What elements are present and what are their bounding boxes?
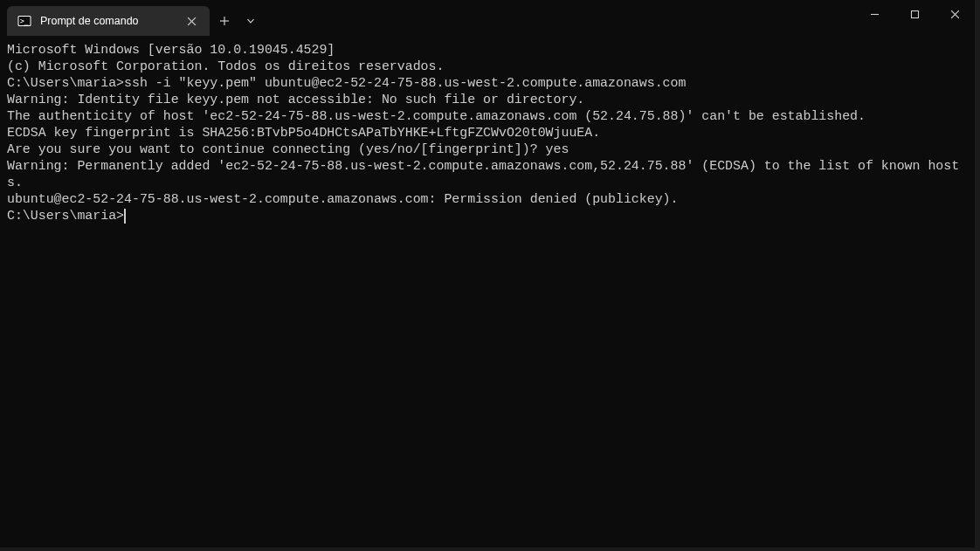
new-tab-button[interactable] bbox=[210, 6, 239, 36]
terminal-line: ECDSA key fingerprint is SHA256:BTvbP5o4… bbox=[7, 125, 968, 141]
close-icon bbox=[187, 17, 197, 26]
maximize-icon bbox=[910, 10, 920, 19]
terminal-output[interactable]: Microsoft Windows [versão 10.0.19045.452… bbox=[0, 37, 975, 548]
plus-icon bbox=[219, 16, 230, 26]
close-icon bbox=[950, 10, 960, 19]
svg-text:>_: >_ bbox=[20, 17, 29, 25]
minimize-icon bbox=[870, 10, 880, 19]
tab-title: Prompt de comando bbox=[40, 15, 169, 27]
cmd-icon: >_ bbox=[17, 14, 31, 28]
tab-actions bbox=[210, 6, 262, 36]
window-controls bbox=[854, 0, 975, 37]
maximize-button[interactable] bbox=[894, 0, 935, 28]
terminal-line: C:\Users\maria> bbox=[7, 208, 968, 224]
terminal-line: Warning: Permanently added 'ec2-52-24-75… bbox=[7, 158, 968, 191]
close-window-button[interactable] bbox=[935, 0, 975, 28]
titlebar-drag-area[interactable] bbox=[262, 0, 854, 37]
terminal-line: (c) Microsoft Corporation. Todos os dire… bbox=[7, 59, 968, 75]
terminal-line: C:\Users\maria>ssh -i "keyy.pem" ubuntu@… bbox=[7, 75, 968, 92]
minimize-button[interactable] bbox=[854, 0, 894, 28]
titlebar[interactable]: >_ Prompt de comando bbox=[0, 0, 975, 37]
terminal-line: Warning: Identity file keyy.pem not acce… bbox=[7, 92, 968, 108]
terminal-line: ubuntu@ec2-52-24-75-88.us-west-2.compute… bbox=[7, 191, 968, 208]
chevron-down-icon bbox=[246, 17, 255, 25]
terminal-window: >_ Prompt de comando bbox=[0, 0, 975, 548]
svg-rect-8 bbox=[911, 10, 918, 17]
tab-dropdown-button[interactable] bbox=[239, 6, 262, 36]
tab-close-button[interactable] bbox=[183, 13, 199, 29]
terminal-line: Microsoft Windows [versão 10.0.19045.452… bbox=[7, 42, 968, 59]
text-cursor bbox=[124, 209, 126, 224]
terminal-line: The authenticity of host 'ec2-52-24-75-8… bbox=[7, 108, 968, 125]
tab-cmd[interactable]: >_ Prompt de comando bbox=[7, 6, 210, 36]
tabs-area: >_ Prompt de comando bbox=[0, 0, 262, 37]
terminal-line: Are you sure you want to continue connec… bbox=[7, 141, 968, 158]
